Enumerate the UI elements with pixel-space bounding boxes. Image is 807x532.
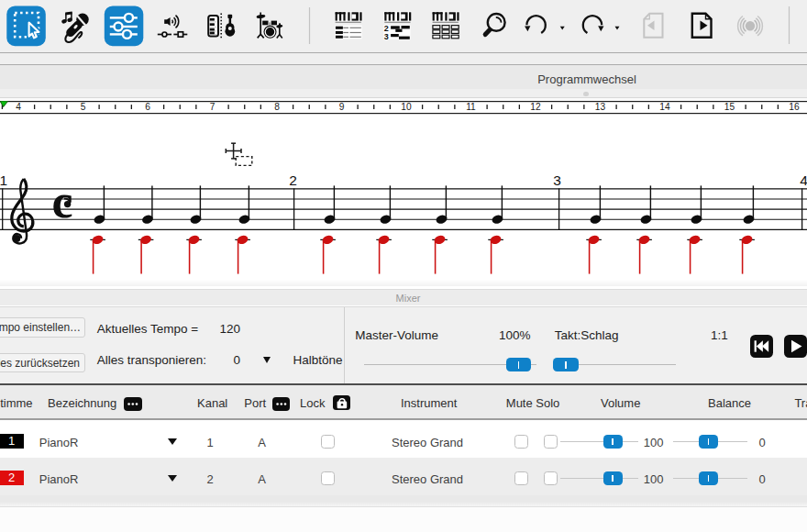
svg-text:14: 14 bbox=[659, 102, 670, 112]
svg-text:15: 15 bbox=[724, 102, 735, 112]
svg-text:12: 12 bbox=[530, 102, 541, 112]
svg-text:3: 3 bbox=[553, 172, 561, 188]
svg-text:10: 10 bbox=[401, 102, 412, 112]
svg-text:1: 1 bbox=[0, 172, 7, 188]
svg-text:5: 5 bbox=[81, 102, 86, 112]
svg-text:2: 2 bbox=[289, 172, 297, 188]
svg-text:7: 7 bbox=[210, 102, 216, 112]
svg-text:8: 8 bbox=[274, 102, 280, 112]
svg-text:9: 9 bbox=[339, 102, 345, 112]
svg-text:11: 11 bbox=[466, 102, 476, 112]
svg-text:4: 4 bbox=[16, 102, 21, 112]
svg-text:13: 13 bbox=[595, 102, 606, 112]
svg-text:3: 3 bbox=[384, 32, 389, 41]
svg-text:16: 16 bbox=[789, 102, 800, 112]
svg-text:4: 4 bbox=[800, 172, 807, 188]
svg-text:6: 6 bbox=[145, 102, 150, 112]
